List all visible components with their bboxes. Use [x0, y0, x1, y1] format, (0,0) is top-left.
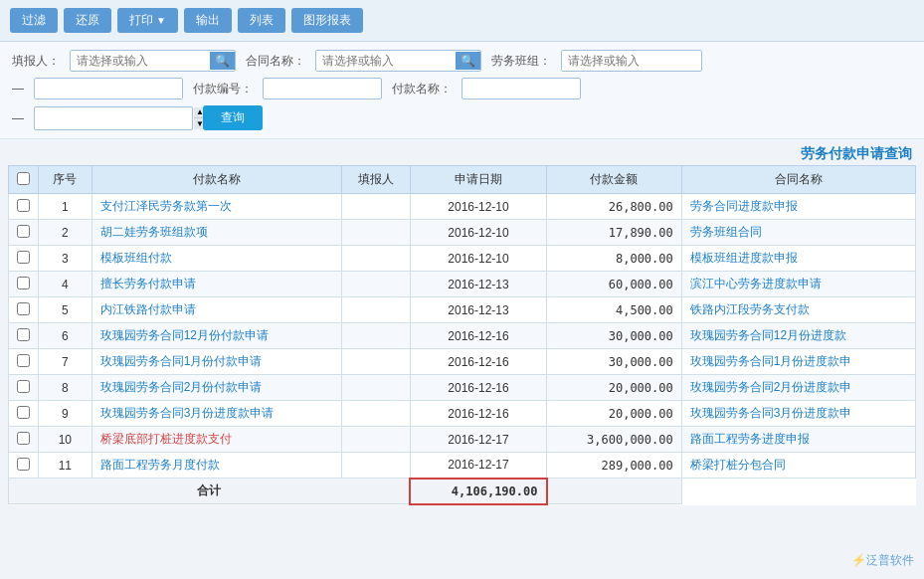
row-amount: 3,600,000.00	[547, 427, 682, 453]
toolbar: 过滤 还原 打印 ▼ 输出 列表 图形报表	[0, 0, 924, 42]
print-button[interactable]: 打印 ▼	[117, 8, 178, 33]
table-wrap: 序号 付款名称 填报人 申请日期 付款金额 合同名称 1 支付江泽民劳务款第一次…	[0, 165, 924, 513]
row-reporter	[341, 401, 410, 427]
row-reporter	[341, 194, 410, 220]
contract-input[interactable]	[316, 51, 456, 71]
date-start-input[interactable]	[35, 79, 183, 98]
row-contract[interactable]: 劳务合同进度款申报	[681, 194, 915, 220]
team-input[interactable]	[562, 51, 701, 71]
table-row: 9 玫瑰园劳务合同3月份进度款申请 2016-12-16 20,000.00 玫…	[9, 401, 916, 427]
row-date: 2016-12-17	[410, 427, 546, 453]
date-end-input[interactable]	[39, 108, 192, 128]
select-all-checkbox[interactable]	[17, 172, 30, 185]
payment-no-input[interactable]	[263, 78, 382, 99]
row-contract[interactable]: 劳务班组合同	[681, 220, 915, 246]
export-button[interactable]: 输出	[184, 8, 232, 33]
row-seq: 10	[39, 427, 92, 453]
row-payment-name[interactable]: 玫瑰园劳务合同1月份付款申请	[92, 349, 341, 375]
row-payment-name[interactable]: 玫瑰园劳务合同2月份付款申请	[92, 375, 341, 401]
row-checkbox-cell	[9, 453, 39, 479]
row-checkbox-cell	[9, 194, 39, 220]
chart-button[interactable]: 图形报表	[291, 8, 363, 33]
table-button[interactable]: 列表	[238, 8, 285, 33]
table-header-row: 序号 付款名称 填报人 申请日期 付款金额 合同名称	[9, 166, 916, 194]
row-checkbox-cell	[9, 349, 39, 375]
header-date: 申请日期	[410, 166, 546, 194]
row-checkbox[interactable]	[17, 199, 30, 212]
row-date: 2016-12-16	[410, 401, 546, 427]
query-button[interactable]: 查询	[203, 105, 263, 130]
table-row: 11 路面工程劳务月度付款 2016-12-17 289,000.00 桥梁打桩…	[9, 453, 916, 479]
row-checkbox[interactable]	[17, 380, 30, 393]
row-checkbox[interactable]	[17, 225, 30, 238]
total-amount: 4,106,190.00	[410, 479, 546, 504]
row-payment-name[interactable]: 擅长劳务付款申请	[92, 272, 341, 297]
row-payment-name[interactable]: 内江铁路付款申请	[92, 297, 341, 323]
table-row: 10 桥梁底部打桩进度款支付 2016-12-17 3,600,000.00 路…	[9, 427, 916, 453]
row-seq: 9	[39, 401, 92, 427]
table-row: 1 支付江泽民劳务款第一次 2016-12-10 26,800.00 劳务合同进…	[9, 194, 916, 220]
filter-area: 填报人： 🔍 合同名称： 🔍 劳务班组： — 📅 付款编号： 付款名称： —	[0, 42, 924, 139]
row-payment-name[interactable]: 胡二娃劳务班组款项	[92, 220, 341, 246]
header-reporter: 填报人	[341, 166, 410, 194]
row-reporter	[341, 427, 410, 453]
restore-button[interactable]: 还原	[64, 8, 111, 33]
header-payment-name: 付款名称	[92, 166, 341, 194]
row-contract[interactable]: 滨江中心劳务进度款申请	[681, 272, 915, 297]
row-seq: 5	[39, 297, 92, 323]
row-reporter	[341, 349, 410, 375]
row-contract[interactable]: 模板班组进度款申报	[681, 246, 915, 272]
reporter-label: 填报人：	[12, 53, 60, 70]
row-checkbox-cell	[9, 401, 39, 427]
row-checkbox-cell	[9, 427, 39, 453]
row-checkbox[interactable]	[17, 251, 30, 264]
row-amount: 289,000.00	[547, 453, 682, 479]
row-checkbox[interactable]	[17, 406, 30, 419]
row-checkbox-cell	[9, 246, 39, 272]
row-checkbox-cell	[9, 323, 39, 349]
row-checkbox[interactable]	[17, 458, 30, 471]
row-payment-name[interactable]: 玫瑰园劳务合同12月份付款申请	[92, 323, 341, 349]
row-contract[interactable]: 玫瑰园劳务合同1月份进度款申	[681, 349, 915, 375]
filter-button[interactable]: 过滤	[10, 8, 58, 33]
row-amount: 30,000.00	[547, 323, 682, 349]
row-seq: 4	[39, 272, 92, 297]
print-dropdown-arrow: ▼	[156, 15, 166, 26]
header-amount: 付款金额	[547, 166, 682, 194]
reporter-search-icon[interactable]: 🔍	[210, 52, 235, 70]
table-row: 4 擅长劳务付款申请 2016-12-13 60,000.00 滨江中心劳务进度…	[9, 272, 916, 297]
row-contract[interactable]: 路面工程劳务进度申报	[681, 427, 915, 453]
date-start-wrap: 📅	[34, 78, 183, 99]
row-payment-name[interactable]: 桥梁底部打桩进度款支付	[92, 427, 341, 453]
contract-search-icon[interactable]: 🔍	[456, 52, 480, 70]
header-checkbox-col	[9, 166, 39, 194]
table-row: 6 玫瑰园劳务合同12月份付款申请 2016-12-16 30,000.00 玫…	[9, 323, 916, 349]
row-checkbox-cell	[9, 272, 39, 297]
row-contract[interactable]: 玫瑰园劳务合同2月份进度款申	[681, 375, 915, 401]
row-payment-name[interactable]: 玫瑰园劳务合同3月份进度款申请	[92, 401, 341, 427]
row-reporter	[341, 246, 410, 272]
row-reporter	[341, 375, 410, 401]
row-payment-name[interactable]: 支付江泽民劳务款第一次	[92, 194, 341, 220]
row-amount: 26,800.00	[547, 194, 682, 220]
header-contract: 合同名称	[681, 166, 915, 194]
row-payment-name[interactable]: 模板班组付款	[92, 246, 341, 272]
row-checkbox[interactable]	[17, 328, 30, 341]
row-reporter	[341, 297, 410, 323]
row-checkbox[interactable]	[17, 277, 30, 290]
row-checkbox[interactable]	[17, 432, 30, 445]
row-date: 2016-12-10	[410, 194, 546, 220]
table-row: 2 胡二娃劳务班组款项 2016-12-10 17,890.00 劳务班组合同	[9, 220, 916, 246]
row-payment-name[interactable]: 路面工程劳务月度付款	[92, 453, 341, 479]
payment-name-input[interactable]	[462, 78, 581, 99]
row-checkbox[interactable]	[17, 302, 30, 315]
row-contract[interactable]: 铁路内江段劳务支付款	[681, 297, 915, 323]
row-contract[interactable]: 桥梁打桩分包合同	[681, 453, 915, 479]
contract-input-wrap: 🔍	[315, 50, 481, 72]
row-checkbox[interactable]	[17, 354, 30, 367]
row-contract[interactable]: 玫瑰园劳务合同12月份进度款	[681, 323, 915, 349]
row-reporter	[341, 323, 410, 349]
reporter-input[interactable]	[71, 51, 210, 71]
row-contract[interactable]: 玫瑰园劳务合同3月份进度款申	[681, 401, 915, 427]
table-footer-row: 合计 4,106,190.00	[9, 479, 916, 504]
